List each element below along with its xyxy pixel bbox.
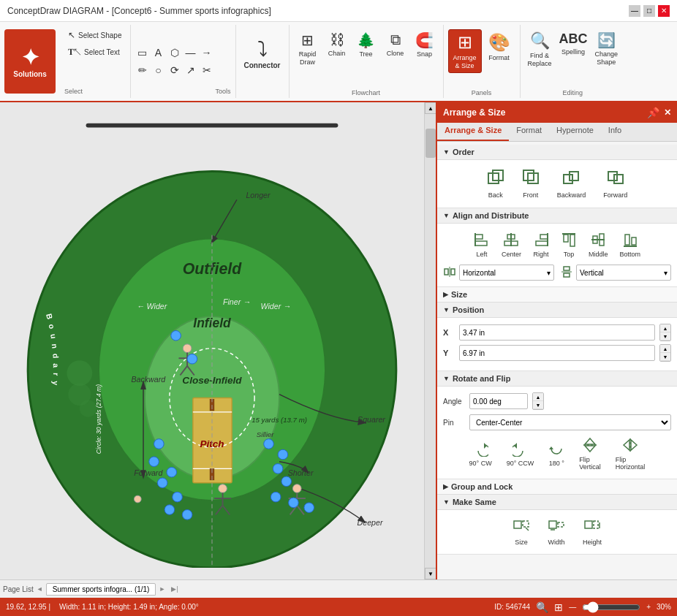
- tab-hypernote[interactable]: Hypernote: [549, 123, 601, 141]
- select-text-label: Select Text: [84, 48, 120, 56]
- align-section-header[interactable]: ▼ Align and Distribute: [437, 208, 677, 224]
- scroll-down-btn[interactable]: ▼: [425, 568, 436, 579]
- tab-info[interactable]: Info: [601, 123, 629, 141]
- shape-tool[interactable]: ⬡: [167, 45, 182, 61]
- title-bar: ConceptDraw DIAGRAM - [Concept6 - Summer…: [0, 0, 677, 22]
- panel-close-btn[interactable]: ✕: [664, 107, 671, 118]
- close-btn[interactable]: ✕: [658, 5, 670, 17]
- backward-icon: [562, 169, 580, 190]
- find-replace-btn[interactable]: 🔍 Find &Replace: [525, 29, 555, 70]
- zoom-minus-btn[interactable]: —: [569, 603, 576, 611]
- tab-format[interactable]: Format: [509, 123, 549, 141]
- spelling-btn[interactable]: ABC Spelling: [556, 29, 591, 58]
- flip-horizontal-btn[interactable]: FlipHorizontal: [611, 435, 650, 473]
- size-label: Size: [451, 290, 467, 299]
- svg-rect-102: [445, 269, 448, 275]
- vertical-dropdown[interactable]: Vertical ▾: [576, 265, 671, 281]
- make-same-section-header[interactable]: ▼ Make Same: [437, 495, 677, 510]
- clone-btn[interactable]: ⧉ Clone: [382, 29, 409, 59]
- rotate-tool[interactable]: ⟳: [167, 62, 182, 78]
- line-tool[interactable]: —: [184, 45, 198, 61]
- angle-down-btn[interactable]: ▼: [533, 401, 543, 409]
- tab-arrange-size[interactable]: Arrange & Size: [437, 123, 509, 141]
- rotate-90ccw-btn[interactable]: 90° CCW: [502, 438, 539, 469]
- active-page-tab[interactable]: Summer sports infogra... (1/1): [46, 583, 156, 596]
- zoom-slider[interactable]: [582, 601, 640, 613]
- minimize-btn[interactable]: —: [629, 5, 640, 17]
- angle-spinner[interactable]: ▲ ▼: [532, 392, 544, 410]
- rotate-section-header[interactable]: ▼ Rotate and Flip: [437, 371, 677, 387]
- angle-up-btn[interactable]: ▲: [533, 393, 543, 401]
- curve-tool[interactable]: ↗: [184, 62, 198, 78]
- svg-text:15 yards (13.7 m): 15 yards (13.7 m): [251, 416, 307, 424]
- y-down-btn[interactable]: ▼: [660, 353, 670, 361]
- zoom-plus-btn[interactable]: +: [646, 603, 651, 611]
- horizontal-dropdown[interactable]: Horizontal ▾: [459, 265, 554, 281]
- tools-row2: ✏ ○ ⟳ ↗ ✂: [135, 62, 214, 78]
- change-shape-btn[interactable]: 🔄 ChangeShape: [592, 29, 621, 69]
- align-top-btn[interactable]: Top: [556, 229, 581, 260]
- text-tool[interactable]: A: [151, 45, 166, 61]
- y-spinner[interactable]: ▲ ▼: [659, 344, 671, 362]
- vertical-scrollbar[interactable]: ▲ ▼: [424, 102, 436, 579]
- snap-btn[interactable]: 🧲 Snap: [411, 29, 439, 60]
- size-section-header[interactable]: ▶ Size: [437, 287, 677, 303]
- back-btn[interactable]: Back: [481, 166, 510, 202]
- order-section-header[interactable]: ▼ Order: [437, 145, 677, 160]
- forward-btn[interactable]: Forward: [597, 166, 633, 202]
- circle-tool[interactable]: ○: [151, 62, 166, 78]
- svg-rect-84: [475, 235, 483, 239]
- pen-tool[interactable]: ✏: [135, 62, 150, 78]
- x-down-btn[interactable]: ▼: [660, 332, 670, 341]
- connector-btn[interactable]: ⤵ Connector: [241, 28, 284, 79]
- make-same-size-btn[interactable]: Size: [507, 516, 536, 548]
- rotate-180-btn[interactable]: 180 °: [544, 438, 569, 469]
- horizontal-value: Horizontal: [463, 269, 496, 277]
- panel-body[interactable]: ▼ Order Back Front: [437, 142, 677, 579]
- y-up-btn[interactable]: ▲: [660, 345, 670, 353]
- scroll-track[interactable]: [425, 114, 436, 568]
- maximize-btn[interactable]: □: [643, 5, 655, 17]
- panel-pin-btn[interactable]: 📌: [647, 107, 659, 118]
- select-shape-btn[interactable]: ↖ Select Shape: [64, 28, 126, 42]
- rapid-draw-btn[interactable]: ⊞ RapidDraw: [294, 29, 322, 69]
- flip-vertical-btn[interactable]: FlipVertical: [575, 435, 605, 473]
- tree-btn[interactable]: 🌲 Tree: [352, 29, 380, 60]
- arrow-tool[interactable]: →: [200, 45, 214, 61]
- svg-point-72: [67, 360, 92, 386]
- page-nav-right[interactable]: ►: [159, 585, 165, 593]
- align-bottom-btn[interactable]: Bottom: [616, 229, 646, 260]
- page-scroll-right[interactable]: ▶|: [171, 585, 178, 593]
- make-same-height-btn[interactable]: Height: [577, 516, 608, 548]
- format-panel-btn[interactable]: 🎨 Format: [483, 29, 515, 64]
- position-section-header[interactable]: ▼ Position: [437, 303, 677, 318]
- rotate-90cw-btn[interactable]: 90° CW: [465, 438, 496, 469]
- group-section-header[interactable]: ▶ Group and Lock: [437, 479, 677, 495]
- align-left-btn[interactable]: Left: [469, 229, 494, 260]
- svg-marker-111: [585, 438, 595, 444]
- solutions-button[interactable]: ✦ Solutions: [4, 29, 56, 94]
- x-up-btn[interactable]: ▲: [660, 324, 670, 332]
- angle-input[interactable]: [469, 393, 528, 409]
- cricket-field-diagram[interactable]: Outfield Infield Close-Infield Pitch 15 …: [11, 115, 413, 568]
- canvas-area[interactable]: Outfield Infield Close-Infield Pitch 15 …: [0, 102, 436, 579]
- scroll-up-btn[interactable]: ▲: [425, 102, 436, 114]
- align-right-btn[interactable]: Right: [529, 229, 553, 260]
- rect-tool[interactable]: ▭: [135, 45, 150, 61]
- backward-btn[interactable]: Backward: [551, 166, 592, 202]
- chain-btn[interactable]: ⛓ Chain: [323, 29, 351, 59]
- panel-title: Arrange & Size: [443, 107, 505, 118]
- align-middle-btn[interactable]: Middle: [584, 229, 613, 260]
- page-nav-left[interactable]: ◄: [37, 585, 43, 593]
- x-input[interactable]: [459, 324, 655, 341]
- pin-select[interactable]: Center-Center Top-Left Top-Center Top-Ri…: [469, 414, 671, 430]
- select-text-btn[interactable]: 𝐓↖ Select Text: [64, 45, 126, 59]
- x-spinner[interactable]: ▲ ▼: [659, 324, 671, 341]
- make-same-width-btn[interactable]: Width: [542, 516, 571, 548]
- y-input[interactable]: [459, 345, 655, 361]
- arrange-size-panel-btn[interactable]: ⊞ Arrange& Size: [448, 29, 482, 73]
- front-btn[interactable]: Front: [516, 166, 545, 202]
- scroll-thumb[interactable]: [426, 129, 436, 158]
- scissors-tool[interactable]: ✂: [200, 62, 214, 78]
- align-center-btn[interactable]: Center: [497, 229, 526, 260]
